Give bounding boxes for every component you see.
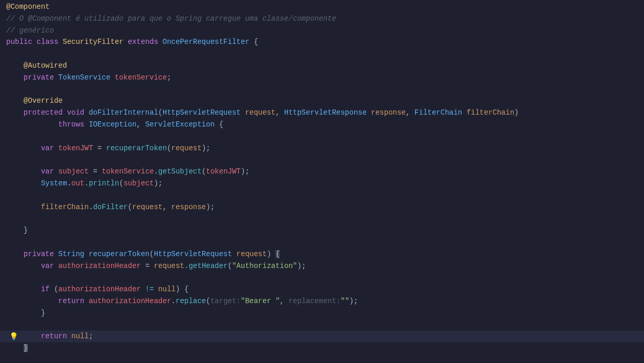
punct-token: ( <box>202 167 206 176</box>
code-line[interactable]: var authorizationHeader = request.getHea… <box>0 260 644 272</box>
punct-token: ) <box>514 108 518 117</box>
punct-token: ( <box>54 285 58 293</box>
punct-token: , <box>280 297 288 305</box>
code-line[interactable] <box>0 236 644 248</box>
null-token: null <box>158 285 176 293</box>
code-line[interactable]: } <box>0 225 644 236</box>
brace-token: } <box>24 226 28 234</box>
punct-token: , <box>136 120 145 129</box>
var-token: filterChain <box>41 203 88 211</box>
code-line[interactable]: private TokenService tokenService; <box>0 72 644 84</box>
punct-token: ; <box>89 332 93 340</box>
type-token: String <box>58 250 84 258</box>
code-line[interactable] <box>0 84 644 96</box>
punct-token: ( <box>119 179 123 187</box>
var-token: subject <box>58 167 89 176</box>
keyword-token: extends <box>128 38 158 46</box>
arg-token: subject <box>124 179 154 187</box>
code-line[interactable]: if (authorizationHeader != null) { <box>0 283 644 295</box>
brace-token: { <box>254 38 258 46</box>
type-token: IOException <box>89 120 136 129</box>
code-line-current[interactable]: 💡 return null; <box>0 330 644 342</box>
arg-token: response <box>171 203 206 211</box>
keyword-token: void <box>67 108 85 117</box>
method-call-token: doFilter <box>93 203 128 211</box>
code-line[interactable]: @Override <box>0 95 644 107</box>
method-call-token: recuperarToken <box>106 144 167 152</box>
code-line[interactable]: private String recuperarToken(HttpServle… <box>0 248 644 260</box>
annotation-token: @Override <box>24 97 63 105</box>
code-line[interactable]: @Autowired <box>0 60 644 72</box>
punct-token: ( <box>128 203 132 211</box>
lightbulb-icon[interactable]: 💡 <box>9 331 18 342</box>
code-line[interactable]: // genérico <box>0 25 644 37</box>
keyword-token: protected <box>24 108 63 117</box>
null-token: null <box>71 332 89 340</box>
var-token: request <box>154 262 185 270</box>
param-token: request <box>245 108 275 117</box>
punct-token: ) <box>176 285 185 293</box>
punct-token: ); <box>154 179 163 187</box>
code-line[interactable]: protected void doFilterInternal(HttpServ… <box>0 107 644 119</box>
param-token: filterChain <box>467 108 514 117</box>
punct-token: ); <box>202 144 210 152</box>
arg-token: request <box>171 144 202 152</box>
punct-token: . <box>154 167 158 176</box>
method-token: doFilterInternal <box>89 108 158 117</box>
punct-token: , <box>162 203 171 211</box>
code-line[interactable]: return authorizationHeader.replace(targe… <box>0 295 644 307</box>
var-token: tokenJWT <box>58 144 93 152</box>
type-token: ServletException <box>145 120 214 129</box>
code-line[interactable] <box>0 48 644 60</box>
punct-token: . <box>67 179 71 187</box>
op-token: = <box>145 262 149 270</box>
code-line[interactable]: // O @Component é utilizado para que o S… <box>0 13 644 25</box>
class-name-token: SecurityFilter <box>63 38 124 46</box>
keyword-token: throws <box>58 120 84 129</box>
method-call-token: println <box>89 179 119 187</box>
code-line[interactable] <box>0 213 644 225</box>
code-line[interactable]: throws IOException, ServletException { <box>0 119 644 131</box>
brace-highlight-token: { <box>275 250 280 258</box>
punct-token: , <box>406 108 415 117</box>
type-token: HttpServletRequest <box>162 108 240 117</box>
field-token: tokenService <box>102 167 154 176</box>
var-token: authorizationHeader <box>89 297 172 305</box>
code-editor[interactable]: @Component // O @Component é utilizado p… <box>0 0 644 354</box>
method-call-token: getHeader <box>189 262 228 270</box>
punct-token: ) <box>267 250 275 258</box>
code-line[interactable] <box>0 272 644 283</box>
op-token: = <box>97 144 101 152</box>
code-line[interactable]: @Component <box>0 1 644 13</box>
annotation-token: @Component <box>6 3 50 11</box>
code-line[interactable]: var subject = tokenService.getSubject(to… <box>0 166 644 178</box>
code-line[interactable] <box>0 190 644 201</box>
type-token: TokenService <box>58 73 111 82</box>
method-call-token: getSubject <box>158 167 202 176</box>
op-token: = <box>93 167 97 176</box>
code-line[interactable] <box>0 319 644 331</box>
string-token: "Bearer " <box>241 297 280 305</box>
keyword-token: if <box>41 285 50 293</box>
field-token: tokenService <box>115 73 167 82</box>
punct-token: ( <box>149 250 154 258</box>
code-line[interactable]: filterChain.doFilter(request, response); <box>0 201 644 213</box>
code-line[interactable] <box>0 131 644 143</box>
field-token: out <box>71 179 84 187</box>
code-line[interactable]: System.out.println(subject); <box>0 178 644 190</box>
brace-token: { <box>185 285 189 293</box>
punct-token: . <box>89 203 93 211</box>
code-line[interactable]: } <box>0 307 644 319</box>
code-line[interactable]: } <box>0 342 644 354</box>
code-line[interactable]: var tokenJWT = recuperarToken(request); <box>0 143 644 154</box>
code-line[interactable] <box>0 154 644 166</box>
punct-token: . <box>171 297 175 305</box>
op-token: != <box>145 285 154 293</box>
code-line[interactable]: public class SecurityFilter extends Once… <box>0 36 644 48</box>
annotation-token: @Autowired <box>24 61 67 70</box>
punct-token: ( <box>206 297 210 305</box>
type-token: HttpServletRequest <box>154 250 232 258</box>
string-token: "" <box>341 297 349 305</box>
type-token: FilterChain <box>415 108 462 117</box>
keyword-token: class <box>37 38 58 46</box>
